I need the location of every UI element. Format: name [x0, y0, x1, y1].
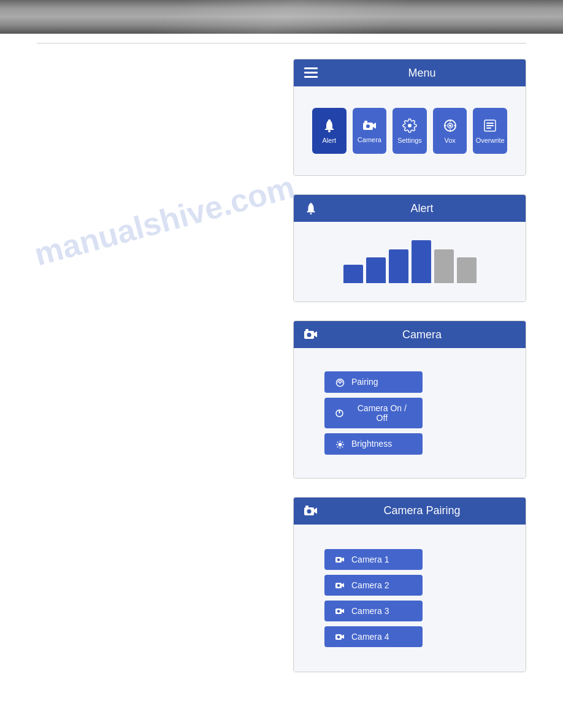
camera-title: Camera: [327, 328, 517, 341]
camera-1-icon: [334, 555, 345, 564]
svg-rect-2: [304, 76, 318, 78]
svg-point-22: [307, 333, 312, 337]
camera-4-label: Camera 4: [351, 632, 389, 642]
menu-btn-settings[interactable]: Settings: [393, 108, 427, 154]
camera-header-icon: [302, 326, 320, 343]
camera-on-off-label: Camera On / Off: [351, 403, 413, 423]
volume-bars: [343, 240, 477, 283]
menu-panel: Menu Alert: [293, 59, 526, 176]
divider: [37, 43, 526, 44]
camera-2-button[interactable]: Camera 2: [324, 575, 423, 596]
alert-title: Alert: [327, 202, 517, 215]
svg-point-41: [337, 558, 339, 561]
camera-4-icon: [334, 632, 345, 641]
vol-bar-1: [343, 265, 363, 283]
vol-bar-5: [434, 249, 454, 283]
svg-point-15: [449, 124, 451, 127]
svg-line-35: [342, 441, 342, 442]
overwrite-icon: [483, 118, 497, 132]
top-bar: [0, 0, 563, 34]
menu-btn-overwrite[interactable]: Overwrite: [473, 108, 507, 154]
svg-point-6: [366, 124, 370, 128]
menu-title: Menu: [327, 67, 517, 80]
svg-rect-23: [305, 329, 308, 331]
svg-line-34: [342, 446, 342, 447]
camera-pairing-body: Camera 1 Camera 2: [294, 525, 526, 672]
pairing-icon: [334, 377, 345, 387]
camera-pairing-panel: Camera Pairing Camera 1: [293, 497, 526, 672]
camera-panel: Camera Pairing: [293, 320, 526, 479]
menu-grid: Alert Camera: [306, 99, 513, 163]
alert-header-icon: [302, 200, 320, 217]
menu-btn-alert[interactable]: Alert: [312, 108, 347, 154]
vox-target-icon: [443, 118, 458, 132]
svg-rect-4: [328, 119, 331, 121]
menu-btn-vox-label: Vox: [444, 137, 455, 144]
svg-point-38: [307, 509, 312, 514]
svg-rect-1: [304, 72, 318, 74]
camera-1-button[interactable]: Camera 1: [324, 549, 423, 570]
brightness-button[interactable]: Brightness: [324, 433, 423, 455]
menu-btn-camera-label: Camera: [358, 136, 381, 143]
svg-rect-0: [304, 67, 318, 69]
vol-bar-3: [389, 249, 408, 283]
menu-body: Alert Camera: [294, 86, 526, 175]
camera-3-button[interactable]: Camera 3: [324, 601, 423, 621]
alert-body: [294, 222, 526, 301]
camera-4-button[interactable]: Camera 4: [324, 626, 423, 647]
alert-panel: Alert: [293, 194, 526, 302]
svg-point-43: [337, 584, 339, 586]
settings-gear-icon: [402, 118, 417, 132]
brightness-icon: [334, 439, 345, 449]
pairing-label: Pairing: [351, 377, 378, 387]
camera-icon: [362, 118, 377, 132]
svg-point-20: [310, 213, 312, 214]
menu-btn-alert-label: Alert: [323, 137, 337, 144]
menu-btn-overwrite-label: Overwrite: [476, 137, 505, 144]
svg-rect-7: [364, 121, 367, 123]
svg-rect-39: [305, 506, 308, 507]
camera-3-label: Camera 3: [351, 606, 389, 616]
svg-point-28: [338, 442, 342, 446]
camera-header: Camera: [294, 321, 526, 348]
camera-body: Pairing Camera On / Off: [294, 348, 526, 478]
camera-3-icon: [334, 606, 345, 615]
main-content: Menu Alert: [0, 53, 563, 684]
vol-bar-2: [366, 257, 386, 283]
svg-point-45: [337, 610, 339, 612]
camera-2-icon: [334, 580, 345, 590]
camera-on-off-button[interactable]: Camera On / Off: [324, 398, 423, 428]
svg-point-25: [339, 382, 341, 384]
power-icon: [334, 408, 345, 418]
svg-line-36: [337, 446, 337, 447]
vol-bar-4: [412, 240, 431, 283]
camera-pairing-header: Camera Pairing: [294, 498, 526, 525]
menu-list-icon: [302, 64, 320, 82]
alert-bell-icon: [322, 118, 337, 132]
menu-header: Menu: [294, 59, 526, 86]
menu-btn-settings-label: Settings: [397, 137, 422, 144]
svg-rect-17: [486, 123, 494, 124]
camera-2-label: Camera 2: [351, 580, 389, 590]
svg-rect-19: [486, 127, 491, 129]
svg-point-3: [328, 130, 331, 132]
pairing-button[interactable]: Pairing: [324, 371, 423, 393]
svg-line-33: [337, 441, 337, 442]
menu-btn-vox[interactable]: Vox: [433, 108, 467, 154]
alert-header: Alert: [294, 195, 526, 222]
svg-point-47: [337, 635, 339, 638]
camera-pairing-list: Camera 1 Camera 2: [306, 537, 513, 659]
svg-rect-18: [486, 125, 494, 126]
camera-pairing-title: Camera Pairing: [327, 504, 517, 517]
camera-1-label: Camera 1: [351, 555, 389, 564]
camera-pairing-header-icon: [302, 502, 320, 520]
camera-menu: Pairing Camera On / Off: [306, 360, 513, 466]
brightness-label: Brightness: [351, 439, 392, 449]
menu-btn-camera[interactable]: Camera: [353, 108, 387, 154]
vol-bar-6: [457, 257, 477, 283]
svg-point-8: [408, 124, 412, 127]
